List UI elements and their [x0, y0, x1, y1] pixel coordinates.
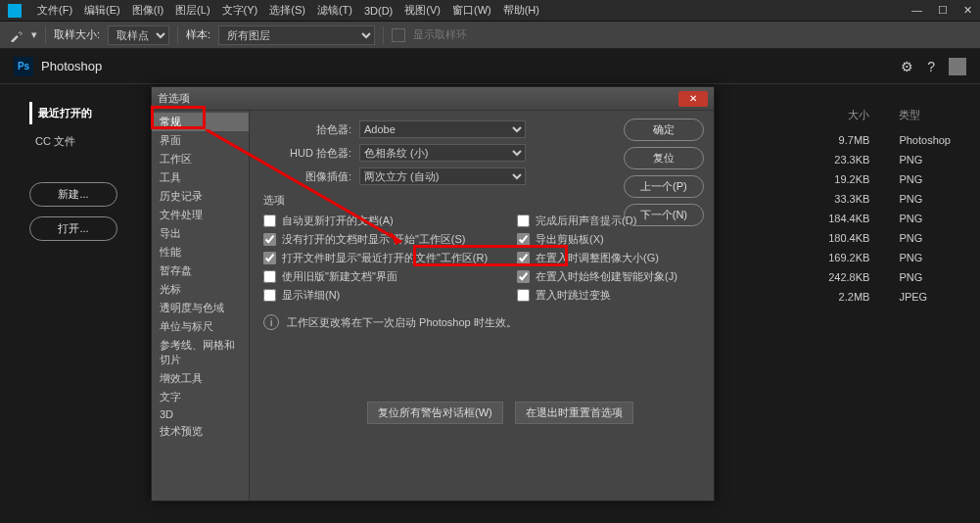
option-checkbox[interactable] [263, 233, 276, 246]
menu-layer[interactable]: 图层(L) [169, 3, 215, 18]
sample-size-select[interactable]: 取样点 [108, 25, 169, 45]
menu-image[interactable]: 图像(I) [126, 3, 169, 18]
menu-window[interactable]: 窗口(W) [446, 3, 497, 18]
sample-select[interactable]: 所有图层 [218, 25, 375, 45]
hud-select[interactable]: 色相条纹 (小) [359, 144, 526, 162]
category-item[interactable]: 技术预览 [152, 422, 249, 441]
option-checkbox[interactable] [517, 289, 530, 302]
menubar: 文件(F) 编辑(E) 图像(I) 图层(L) 文字(Y) 选择(S) 滤镜(T… [0, 0, 980, 22]
reset-on-quit-button[interactable]: 在退出时重置首选项 [515, 402, 633, 424]
file-row[interactable]: 23.3KBPNG [811, 154, 951, 166]
file-row[interactable]: 2.2MBJPEG [811, 291, 951, 303]
sample-label: 样本: [186, 27, 210, 42]
file-row[interactable]: 9.7MBPhotoshop [811, 134, 951, 146]
category-item[interactable]: 工作区 [152, 150, 249, 168]
chevron-down-icon[interactable]: ▾ [31, 28, 37, 41]
menu-help[interactable]: 帮助(H) [497, 3, 545, 18]
dialog-titlebar[interactable]: 首选项 ✕ [152, 87, 714, 111]
reset-button[interactable]: 复位 [624, 147, 704, 169]
category-item[interactable]: 透明度与色域 [152, 299, 249, 317]
reset-warnings-button[interactable]: 复位所有警告对话框(W) [367, 402, 503, 424]
category-item[interactable]: 工具 [152, 168, 249, 187]
category-item[interactable]: 参考线、网格和切片 [152, 336, 249, 369]
category-item[interactable]: 常规 [152, 113, 249, 131]
picker-select[interactable]: Adobe [359, 120, 526, 138]
interp-select[interactable]: 两次立方 (自动) [359, 167, 526, 185]
category-list: 常规界面工作区工具历史记录文件处理导出性能暂存盘光标透明度与色域单位与标尺参考线… [152, 111, 250, 500]
menu-view[interactable]: 视图(V) [398, 3, 446, 18]
minimize-icon[interactable]: — [911, 4, 922, 17]
category-item[interactable]: 暂存盘 [152, 262, 249, 280]
gear-icon[interactable]: ⚙ [901, 59, 913, 74]
category-item[interactable]: 光标 [152, 280, 249, 299]
file-row[interactable]: 242.8KBPNG [811, 271, 951, 283]
file-size: 23.3KB [811, 154, 869, 166]
menu-edit[interactable]: 编辑(E) [78, 3, 126, 18]
menu-type[interactable]: 文字(Y) [216, 3, 264, 18]
option-checkbox[interactable] [517, 214, 530, 227]
category-item[interactable]: 单位与标尺 [152, 317, 249, 336]
file-row[interactable]: 184.4KBPNG [811, 213, 951, 224]
menu-3d[interactable]: 3D(D) [358, 5, 398, 17]
category-item[interactable]: 增效工具 [152, 369, 249, 388]
option-row: 使用旧版"新建文档"界面 [263, 269, 488, 284]
option-checkbox[interactable] [263, 270, 276, 283]
menu-file[interactable]: 文件(F) [31, 3, 78, 18]
file-size: 19.2KB [811, 173, 869, 185]
help-icon[interactable]: ? [927, 59, 935, 74]
open-button[interactable]: 打开... [29, 216, 117, 241]
maximize-icon[interactable]: ☐ [938, 4, 948, 17]
menu-select[interactable]: 选择(S) [263, 3, 311, 18]
option-checkbox[interactable] [263, 252, 276, 264]
option-checkbox[interactable] [263, 289, 276, 302]
app-name: Photoshop [41, 59, 102, 73]
show-ring-label: 显示取样环 [413, 27, 467, 42]
file-row[interactable]: 19.2KBPNG [811, 173, 951, 185]
avatar[interactable] [949, 58, 966, 75]
ps-icon: Ps [14, 57, 33, 76]
option-row: 导出剪贴板(X) [517, 232, 677, 247]
option-label: 在置入时调整图像大小(G) [536, 251, 659, 265]
file-row[interactable]: 169.2KBPNG [811, 252, 951, 263]
category-item[interactable]: 历史记录 [152, 187, 249, 206]
file-type: PNG [899, 173, 922, 185]
file-size: 2.2MB [811, 291, 869, 303]
new-button[interactable]: 新建... [29, 182, 117, 207]
prev-button[interactable]: 上一个(P) [624, 175, 704, 198]
category-item[interactable]: 界面 [152, 131, 249, 150]
next-button[interactable]: 下一个(N) [624, 204, 704, 226]
option-checkbox[interactable] [517, 270, 530, 283]
category-item[interactable]: 性能 [152, 243, 249, 262]
category-item[interactable]: 文字 [152, 388, 249, 406]
close-icon[interactable]: ✕ [963, 4, 972, 17]
dialog-close-button[interactable]: ✕ [678, 91, 708, 107]
col-size: 大小 [811, 108, 869, 122]
option-label: 使用旧版"新建文档"界面 [282, 269, 397, 284]
show-ring-checkbox[interactable] [392, 28, 405, 42]
ok-button[interactable]: 确定 [624, 119, 704, 141]
option-label: 显示详细(N) [282, 288, 340, 303]
category-item[interactable]: 导出 [152, 224, 249, 243]
file-row[interactable]: 180.4KBPNG [811, 232, 951, 244]
category-item[interactable]: 3D [152, 406, 249, 422]
tab-cc-files[interactable]: CC 文件 [29, 130, 117, 153]
option-row: 在置入时始终创建智能对象(J) [517, 269, 677, 284]
option-checkbox[interactable] [263, 214, 276, 227]
sample-size-label: 取样大小: [54, 27, 100, 42]
option-label: 完成后用声音提示(D) [536, 214, 636, 228]
menu-filter[interactable]: 滤镜(T) [311, 3, 358, 18]
option-checkbox[interactable] [517, 233, 530, 246]
divider [177, 26, 178, 44]
file-type: PNG [899, 232, 922, 244]
option-checkbox[interactable] [517, 252, 530, 264]
option-label: 自动更新打开的文档(A) [282, 214, 394, 228]
recent-files-table: 大小 类型 9.7MBPhotoshop23.3KBPNG19.2KBPNG33… [811, 108, 951, 310]
category-item[interactable]: 文件处理 [152, 206, 249, 224]
file-type: PNG [899, 193, 922, 205]
option-label: 没有打开的文档时显示"开始"工作区(S) [282, 232, 465, 247]
eyedropper-icon[interactable] [10, 28, 23, 42]
tab-recent[interactable]: 最近打开的 [29, 102, 117, 124]
divider [45, 26, 46, 44]
file-row[interactable]: 33.3KBPNG [811, 193, 951, 205]
col-type: 类型 [899, 108, 920, 122]
